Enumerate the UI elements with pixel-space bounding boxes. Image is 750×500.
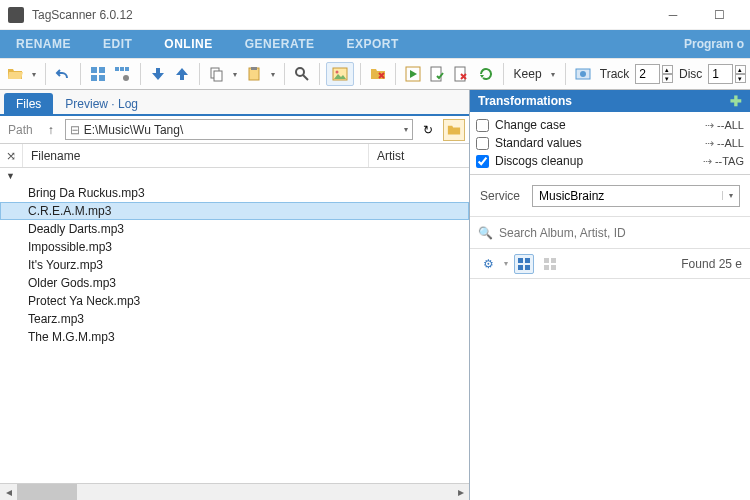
track-label: Track [596,67,634,81]
column-filename[interactable]: Filename [23,149,368,163]
left-tab-row: Files Preview · Log [0,90,469,116]
path-up-icon[interactable]: ↑ [41,120,61,140]
service-select[interactable]: MusicBrainz ▾ [532,185,740,207]
file-row[interactable]: Older Gods.mp3 [0,274,469,292]
path-label: Path [4,123,37,137]
svg-rect-27 [551,265,556,270]
search-magnify-icon: 🔍 [478,226,493,240]
track-down[interactable]: ▾ [662,74,673,83]
paste-icon[interactable] [243,62,265,86]
grid-icon[interactable] [87,62,109,86]
transform-checkbox[interactable] [476,119,489,132]
svg-point-14 [336,71,339,74]
open-folder-dropdown[interactable]: ▾ [28,70,39,79]
disc-label: Disc [675,67,706,81]
menu-bar: RENAMEEDITONLINEGENERATEEXPORT Program o [0,30,750,58]
transformations-header: Transformations ✚ [470,90,750,112]
add-transformation-icon[interactable]: ✚ [730,93,742,109]
file-row[interactable]: Impossible.mp3 [0,238,469,256]
album-icon[interactable] [572,62,594,86]
svg-point-12 [296,68,304,76]
results-area[interactable] [470,279,750,500]
document-delete-icon[interactable] [450,62,472,86]
file-row[interactable]: C.R.E.A.M.mp3 [0,202,469,220]
svg-rect-22 [518,265,523,270]
remove-folder-icon[interactable] [367,62,389,86]
tab-preview-log[interactable]: Preview · Log [53,93,150,114]
scroll-right-icon[interactable]: ▸ [452,484,469,500]
arrow-up-icon[interactable] [171,62,193,86]
path-row: Path ↑ ⊟ E:\Music\Wu Tang\ ▾ ↻ [0,116,469,144]
svg-rect-5 [120,67,124,71]
search-input[interactable] [499,226,742,240]
svg-rect-1 [99,67,105,73]
menu-export[interactable]: EXPORT [331,30,415,58]
shuffle-icon[interactable]: ⤨ [0,149,22,163]
file-list[interactable]: ▼ Bring Da Ruckus.mp3C.R.E.A.M.mp3Deadly… [0,168,469,483]
search-icon[interactable] [291,62,313,86]
service-value: MusicBrainz [539,189,604,203]
svg-rect-11 [251,67,257,70]
left-pane: Files Preview · Log Path ↑ ⊟ E:\Music\Wu… [0,90,470,500]
maximize-button[interactable]: ☐ [696,0,742,30]
file-row[interactable]: It's Yourz.mp3 [0,256,469,274]
file-row[interactable]: Deadly Darts.mp3 [0,220,469,238]
result-toolbar: ⚙ ▾ Found 25 e [470,249,750,279]
view-grid-large-icon[interactable] [514,254,534,274]
tab-files[interactable]: Files [4,93,53,114]
transform-checkbox[interactable] [476,137,489,150]
transform-row: Discogs cleanup--TAG [476,152,744,170]
disc-up[interactable]: ▴ [735,65,746,74]
path-input[interactable]: ⊟ E:\Music\Wu Tang\ ▾ [65,119,413,140]
file-row[interactable]: The M.G.M.mp3 [0,328,469,346]
document-check-icon[interactable] [426,62,448,86]
transform-label: Discogs cleanup [495,154,697,168]
sort-indicator[interactable]: ▼ [0,168,469,184]
horizontal-scrollbar[interactable]: ◂ ▸ [0,483,469,500]
path-folder-highlight-icon[interactable] [443,119,465,141]
copy-icon[interactable] [206,62,228,86]
open-folder-icon[interactable] [4,62,26,86]
disc-down[interactable]: ▾ [735,74,746,83]
search-row: 🔍 [470,217,750,249]
track-spinner[interactable]: 2 [635,64,660,84]
transform-target[interactable]: --ALL [705,137,744,149]
scroll-left-icon[interactable]: ◂ [0,484,17,500]
gear-icon[interactable]: ⚙ [478,254,498,274]
menu-edit[interactable]: EDIT [87,30,148,58]
track-up[interactable]: ▴ [662,65,673,74]
menu-right-cut: Program o [684,30,750,58]
svg-point-7 [123,75,129,81]
disc-spinner[interactable]: 1 [708,64,733,84]
menu-online[interactable]: ONLINE [148,30,228,58]
refresh-icon[interactable] [474,62,496,86]
view-grid-small-icon[interactable] [540,254,560,274]
keep-dropdown[interactable]: ▾ [548,70,559,79]
transform-target[interactable]: --ALL [705,119,744,131]
menu-generate[interactable]: GENERATE [229,30,331,58]
file-row[interactable]: Tearz.mp3 [0,310,469,328]
grid-settings-icon[interactable] [111,62,133,86]
path-refresh-icon[interactable]: ↻ [417,119,439,141]
menu-rename[interactable]: RENAME [0,30,87,58]
picture-icon[interactable] [326,62,354,86]
transform-checkbox[interactable] [476,155,489,168]
column-artist[interactable]: Artist [369,149,469,163]
undo-icon[interactable] [52,62,74,86]
scroll-thumb[interactable] [17,484,77,500]
right-pane: Transformations ✚ Change case--ALLStanda… [470,90,750,500]
paste-dropdown[interactable]: ▾ [267,70,278,79]
service-row: Service MusicBrainz ▾ [470,175,750,217]
file-row[interactable]: Bring Da Ruckus.mp3 [0,184,469,202]
run-icon[interactable] [402,62,424,86]
copy-dropdown[interactable]: ▾ [230,70,241,79]
transformations-list: Change case--ALLStandard values--ALLDisc… [470,112,750,175]
svg-rect-21 [525,258,530,263]
window-title: TagScanner 6.0.12 [32,8,650,22]
file-row[interactable]: Protect Ya Neck.mp3 [0,292,469,310]
transform-target[interactable]: --TAG [703,155,744,167]
arrow-down-icon[interactable] [146,62,168,86]
minimize-button[interactable]: ─ [650,0,696,30]
path-value: E:\Music\Wu Tang\ [84,123,184,137]
svg-rect-25 [551,258,556,263]
